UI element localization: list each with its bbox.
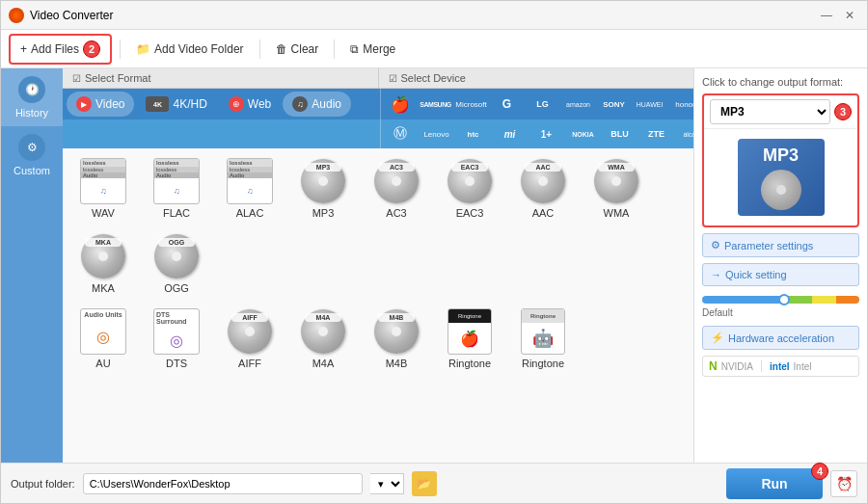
aiff-label: AIFF: [238, 358, 261, 369]
add-files-button[interactable]: + Add Files 2: [9, 34, 112, 65]
au-label: AU: [95, 358, 110, 369]
hardware-acceleration-button[interactable]: ⚡ Hardware acceleration: [702, 326, 859, 350]
main-area: 🕐 History ⚙ Custom ☑ Select Format ☑: [1, 68, 867, 463]
format-preview-area: MP3: [704, 129, 857, 225]
device-huawei[interactable]: HUAWEI: [633, 97, 667, 112]
device-microsoft[interactable]: Microsoft: [454, 96, 489, 113]
step-2-badge: 2: [83, 40, 100, 58]
bottom-bar: Output folder: ▾ 📂 Run 4 ⏰: [1, 463, 867, 503]
device-lenovo[interactable]: Lenovo: [420, 126, 454, 143]
format-item-eac3[interactable]: EAC3 EAC3: [435, 152, 504, 224]
web-format-btn[interactable]: ⊕ Web: [219, 92, 281, 117]
device-blu[interactable]: BLU: [603, 125, 637, 143]
add-video-folder-button[interactable]: 📁 Add Video Folder: [128, 38, 252, 61]
format-item-ac3[interactable]: AC3 AC3: [362, 152, 431, 224]
device-zte[interactable]: ZTE: [639, 125, 674, 143]
format-types: ▶ Video 4K 4K/HD ⊕ Web ♫ Audio: [63, 89, 380, 119]
merge-button[interactable]: ⧉ Merge: [342, 38, 403, 61]
wav-label: WAV: [92, 207, 115, 219]
output-format-select[interactable]: MP3 AAC WAV: [710, 99, 830, 124]
mp3-format-icon: MP3: [299, 157, 347, 205]
wav-format-icon: lossless lossless Audio ♫: [79, 157, 127, 205]
device-amazon[interactable]: amazon: [561, 97, 596, 112]
format-item-ringtone-apple[interactable]: Ringtone 🍎 Ringtone: [435, 303, 504, 374]
flac-label: FLAC: [163, 207, 190, 219]
format-item-dts[interactable]: DTS Surround ◎ DTS: [142, 303, 211, 374]
toolbar: + Add Files 2 📁 Add Video Folder 🗑 Clear…: [1, 30, 867, 68]
toolbar-separator: [120, 40, 121, 59]
format-grid: lossless lossless Audio ♫ WAV lossl: [63, 148, 693, 463]
format-item-m4a[interactable]: M4A M4A: [288, 303, 358, 374]
aac-format-icon: AAC: [519, 157, 567, 205]
click-to-change-label: Click to change output format:: [702, 76, 859, 88]
device-sony[interactable]: SONY: [597, 96, 632, 113]
quick-setting-button[interactable]: → Quick setting: [702, 263, 859, 286]
m4b-label: M4B: [386, 358, 408, 369]
output-path-input[interactable]: [83, 473, 363, 494]
format-item-aiff[interactable]: AIFF AIFF: [215, 303, 285, 374]
device-motorola[interactable]: Ⓜ: [383, 121, 418, 146]
quick-setting-label: Quick setting: [725, 269, 787, 280]
format-select-row: MP3 AAC WAV 3: [704, 95, 857, 129]
devices-row: 🍎 SAMSUNG Microsoft G LG amazon SONY HUA…: [380, 89, 694, 119]
device-samsung[interactable]: SAMSUNG: [419, 97, 453, 112]
device-honor[interactable]: honor: [668, 96, 694, 113]
device-alcatel[interactable]: alcatel: [676, 127, 694, 142]
clear-button[interactable]: 🗑 Clear: [268, 38, 327, 61]
sidebar-item-custom[interactable]: ⚙ Custom: [1, 126, 63, 184]
format-types-row2: [63, 119, 380, 148]
format-item-m4b[interactable]: M4B M4B: [362, 303, 431, 374]
run-button[interactable]: Run: [726, 468, 823, 499]
format-item-mka[interactable]: MKA MKA: [68, 227, 138, 299]
device-nokia[interactable]: NOKIA: [566, 127, 601, 142]
device-mi[interactable]: mi: [493, 125, 528, 144]
format-item-au[interactable]: Audio Units ◎ AU: [68, 303, 138, 374]
audio-format-btn[interactable]: ♫ Audio: [283, 92, 351, 117]
format-item-wma[interactable]: WMA WMA: [582, 152, 651, 224]
format-item-ogg[interactable]: OGG OGG: [142, 227, 211, 299]
checkbox-icon-2: ☑: [389, 73, 397, 84]
output-path-dropdown[interactable]: ▾: [370, 473, 404, 494]
format-item-mp3[interactable]: MP3 MP3: [288, 152, 358, 224]
gpu-sep: [761, 360, 762, 372]
hw-accel-label: Hardware acceleration: [728, 332, 834, 344]
folder-open-icon: 📂: [417, 477, 431, 491]
nvidia-label: NVIDIA: [721, 361, 753, 372]
device-lg[interactable]: LG: [526, 95, 560, 113]
video-label: Video: [95, 97, 124, 111]
quality-slider-thumb: [778, 294, 790, 305]
device-google[interactable]: G: [490, 93, 525, 115]
device-oneplus[interactable]: 1+: [529, 125, 564, 144]
close-button[interactable]: ✕: [840, 6, 859, 25]
ringtone-apple-label: Ringtone: [448, 358, 491, 369]
device-apple[interactable]: 🍎: [383, 92, 418, 118]
ac3-format-icon: AC3: [372, 157, 420, 205]
format-item-aac[interactable]: AAC AAC: [508, 152, 578, 224]
format-item-alac[interactable]: lossless lossless Audio ♫ ALAC: [215, 152, 285, 224]
hw-icon: ⚡: [711, 332, 724, 344]
clear-label: Clear: [291, 42, 319, 56]
browse-folder-button[interactable]: 📂: [412, 471, 437, 496]
format-item-flac[interactable]: lossless lossless Audio ♫ FLAC: [142, 152, 211, 224]
output-format-box: MP3 AAC WAV 3 MP3: [702, 93, 859, 227]
m4b-format-icon: M4B: [372, 307, 420, 356]
sidebar-item-history[interactable]: 🕐 History: [1, 68, 63, 126]
parameter-settings-label: Parameter settings: [724, 240, 813, 252]
hd-format-btn[interactable]: 4K 4K/HD: [136, 92, 216, 117]
video-format-btn[interactable]: ▶ Video: [67, 92, 134, 117]
minimize-button[interactable]: —: [817, 6, 836, 25]
custom-icon: ⚙: [18, 134, 45, 161]
mka-label: MKA: [92, 282, 115, 294]
alarm-button[interactable]: ⏰: [830, 470, 857, 497]
device-row-2: Ⓜ Lenovo htc mi 1+ NOKIA BLU ZTE alcatel…: [63, 119, 693, 148]
parameter-settings-button[interactable]: ⚙ Parameter settings: [702, 233, 859, 257]
title-bar: Video Converter — ✕: [1, 1, 867, 30]
4k-icon: 4K: [146, 96, 169, 112]
format-item-ringtone-android[interactable]: Ringtone 🤖 Ringtone: [508, 303, 578, 374]
format-item-wav[interactable]: lossless lossless Audio ♫ WAV: [68, 152, 138, 224]
ogg-format-icon: OGG: [152, 232, 201, 280]
title-bar-left: Video Converter: [9, 8, 114, 23]
merge-label: Merge: [363, 42, 395, 56]
title-bar-controls: — ✕: [817, 6, 859, 25]
device-htc[interactable]: htc: [456, 126, 491, 143]
